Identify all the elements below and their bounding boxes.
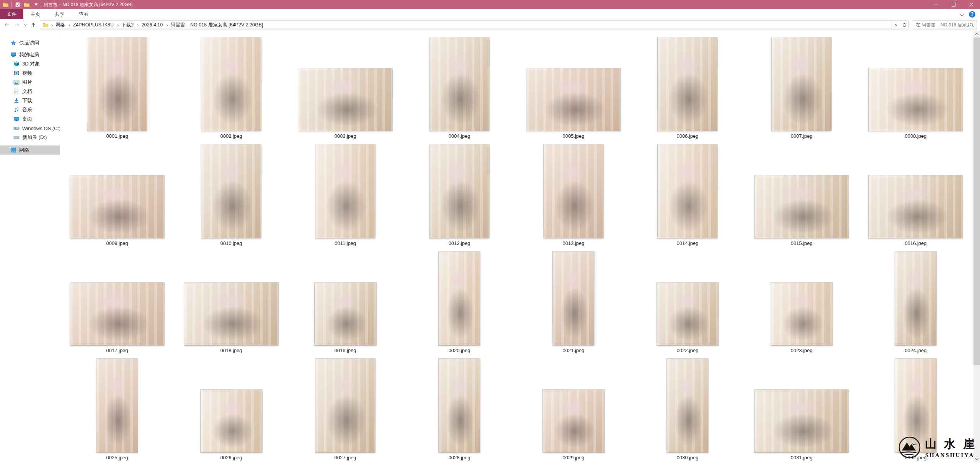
file-thumbnail[interactable] <box>184 282 278 345</box>
file-tile[interactable]: 0017.jpeg <box>60 251 174 358</box>
chevron-down-icon[interactable] <box>959 11 964 16</box>
file-tile[interactable]: 0005.jpeg <box>516 37 630 144</box>
file-tile[interactable]: 0023.jpeg <box>745 251 859 358</box>
breadcrumb-segment[interactable]: 阿雪雪 – NO.018 居家女高 [64P2V-2.20GB] <box>163 22 264 28</box>
file-tile[interactable]: 0019.jpeg <box>288 251 402 358</box>
sidebar-item[interactable]: 文档 <box>0 87 60 96</box>
file-thumbnail[interactable] <box>526 68 621 131</box>
ribbon-tab[interactable]: 查看 <box>72 9 96 19</box>
file-thumbnail[interactable] <box>430 144 489 238</box>
file-thumbnail[interactable] <box>201 144 261 238</box>
file-thumbnail[interactable] <box>315 144 375 238</box>
scrollbar-thumb[interactable] <box>973 38 980 365</box>
sidebar-item[interactable]: 快速访问 <box>0 38 60 47</box>
forward-arrow-icon[interactable] <box>12 20 22 29</box>
breadcrumb-segment[interactable]: 网络 <box>49 22 66 28</box>
file-tile[interactable]: 0027.jpeg <box>288 358 402 462</box>
file-tile[interactable]: 0007.jpeg <box>745 37 859 144</box>
file-tile[interactable]: 0026.jpeg <box>174 358 288 462</box>
file-tile[interactable]: 0010.jpeg <box>174 144 288 251</box>
file-thumbnail[interactable] <box>201 390 262 452</box>
file-thumbnail[interactable] <box>439 251 480 345</box>
file-tile[interactable]: 0009.jpeg <box>60 144 174 251</box>
customize-toolbar-chevron-icon[interactable] <box>33 1 39 8</box>
file-thumbnail[interactable] <box>96 359 138 452</box>
restore-button[interactable] <box>945 0 962 9</box>
file-tile[interactable]: 0008.jpeg <box>859 37 973 144</box>
file-thumbnail[interactable] <box>439 359 480 452</box>
file-thumbnail[interactable] <box>772 37 831 131</box>
file-tile[interactable]: 0022.jpeg <box>630 251 745 358</box>
ribbon-tab[interactable]: 共享 <box>47 9 72 19</box>
sidebar-item[interactable]: 新加卷 (D:) <box>0 133 60 142</box>
sidebar-item[interactable]: 桌面 <box>0 114 60 124</box>
file-tile[interactable]: 0031.jpeg <box>745 358 859 462</box>
breadcrumb-segment[interactable]: 下载2 <box>114 22 134 28</box>
sidebar-item[interactable]: 3D 对象 <box>0 59 60 69</box>
ribbon-tab[interactable]: 主页 <box>23 9 47 19</box>
sidebar-item[interactable]: 音乐 <box>0 105 60 114</box>
file-thumbnail[interactable] <box>201 37 261 131</box>
file-thumbnail[interactable] <box>667 359 708 452</box>
up-arrow-icon[interactable] <box>28 20 38 29</box>
file-thumbnail[interactable] <box>298 68 392 131</box>
ribbon-tab[interactable]: 文件 <box>0 9 23 19</box>
file-thumbnail[interactable] <box>657 282 719 345</box>
sidebar-item[interactable]: Windows OS (C:) <box>0 124 60 133</box>
file-tile[interactable]: 0001.jpeg <box>60 37 174 144</box>
checked-page-icon[interactable] <box>14 1 21 8</box>
sidebar-item[interactable]: 视频 <box>0 69 60 78</box>
search-input[interactable] <box>915 22 970 28</box>
folder-icon[interactable] <box>23 1 30 8</box>
address-bar[interactable]: 网络 Z4PROPLUS-IK8U 下载2 2026.4.10 阿雪雪 – NO… <box>40 20 892 29</box>
file-thumbnail[interactable] <box>543 390 604 452</box>
file-thumbnail[interactable] <box>315 359 375 452</box>
sidebar-item[interactable]: 网络 <box>0 145 60 155</box>
minimize-button[interactable] <box>927 0 945 9</box>
address-dropdown-chevron-icon[interactable] <box>892 20 900 29</box>
scroll-up-arrow-icon[interactable] <box>973 31 980 38</box>
file-tile[interactable]: 0018.jpeg <box>174 251 288 358</box>
file-tile[interactable]: 0030.jpeg <box>630 358 745 462</box>
search-box[interactable] <box>912 20 977 29</box>
file-thumbnail[interactable] <box>869 68 963 131</box>
file-thumbnail[interactable] <box>869 175 963 238</box>
file-thumbnail[interactable] <box>70 175 164 238</box>
recent-locations-chevron-icon[interactable] <box>22 20 28 29</box>
file-thumbnail[interactable] <box>315 282 376 345</box>
file-thumbnail[interactable] <box>430 37 489 131</box>
breadcrumb-segment[interactable]: 2026.4.10 <box>134 22 163 28</box>
file-thumbnail[interactable] <box>771 282 833 345</box>
help-button[interactable]: ? <box>969 11 975 18</box>
file-thumbnail[interactable] <box>658 37 717 131</box>
file-tile[interactable]: 0021.jpeg <box>516 251 630 358</box>
folder-icon[interactable] <box>2 1 9 8</box>
file-thumbnail[interactable] <box>895 251 936 345</box>
refresh-icon[interactable] <box>900 20 909 29</box>
file-tile[interactable]: 0003.jpeg <box>288 37 402 144</box>
file-tile[interactable]: 0025.jpeg <box>60 358 174 462</box>
file-thumbnail[interactable] <box>544 144 603 238</box>
vertical-scrollbar[interactable] <box>973 31 980 462</box>
file-tile[interactable]: 0004.jpeg <box>402 37 516 144</box>
file-thumbnail[interactable] <box>755 390 849 452</box>
file-tile[interactable]: 0015.jpeg <box>745 144 859 251</box>
close-button[interactable] <box>962 0 980 9</box>
file-tile[interactable]: 0024.jpeg <box>859 251 973 358</box>
file-tile[interactable]: 0013.jpeg <box>516 144 630 251</box>
file-thumbnail[interactable] <box>755 175 849 238</box>
file-thumbnail[interactable] <box>553 251 594 345</box>
breadcrumb-segment[interactable]: Z4PROPLUS-IK8U <box>66 22 114 28</box>
file-thumbnail[interactable] <box>87 37 147 131</box>
file-tile[interactable]: 0016.jpeg <box>859 144 973 251</box>
file-tile[interactable]: 0011.jpeg <box>288 144 402 251</box>
back-arrow-icon[interactable] <box>2 20 12 29</box>
sidebar-item[interactable]: 下载 <box>0 96 60 105</box>
file-tile[interactable]: 0002.jpeg <box>174 37 288 144</box>
file-tile[interactable]: 0014.jpeg <box>630 144 745 251</box>
file-tile[interactable]: 0029.jpeg <box>516 358 630 462</box>
file-tile[interactable]: 0006.jpeg <box>630 37 745 144</box>
file-thumbnail[interactable] <box>70 282 164 345</box>
sidebar-item[interactable]: 图片 <box>0 78 60 87</box>
file-thumbnail[interactable] <box>658 144 717 238</box>
